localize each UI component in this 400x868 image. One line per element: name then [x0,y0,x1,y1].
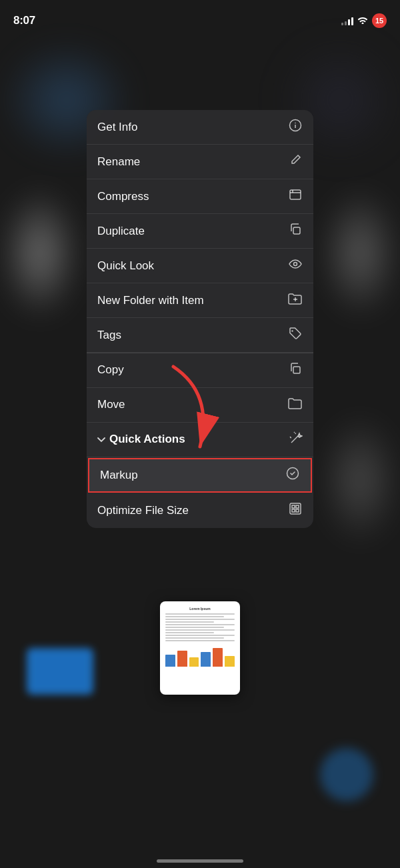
svg-point-2 [295,123,296,124]
file-preview: Lorem Ipsum [160,601,240,695]
status-right: 15 [341,13,387,28]
chart-bar-5 [213,648,223,667]
quick-actions-label: Quick Actions [109,433,185,446]
svg-rect-19 [296,505,299,508]
chart-bar-6 [225,656,235,667]
markup-icon [285,467,300,483]
folder-icon [288,397,303,413]
wifi-icon [357,15,368,26]
signal-icon [341,16,353,25]
chart-bar-2 [177,651,187,667]
menu-label-move: Move [97,398,125,411]
menu-item-get-info[interactable]: Get Info [87,110,313,145]
menu-item-optimize[interactable]: Optimize File Size [87,493,313,528]
svg-rect-6 [293,227,300,234]
menu-label-new-folder: New Folder with Item [97,294,204,307]
svg-line-14 [295,433,296,434]
menu-label-quick-look: Quick Look [97,259,154,273]
info-icon [288,119,303,135]
signal-bar-2 [345,21,347,25]
menu-label-markup: Markup [100,469,138,482]
menu-item-new-folder[interactable]: New Folder with Item [87,283,313,318]
home-indicator [157,859,243,863]
menu-item-duplicate[interactable]: Duplicate [87,214,313,249]
bg-folder-blue-2 [320,748,373,801]
eye-icon [288,257,303,274]
lorem-line-4 [165,621,214,623]
compress-icon [288,188,303,205]
signal-bar-4 [351,17,353,25]
lorem-line-9 [165,635,235,636]
quick-actions-header[interactable]: Quick Actions [87,423,313,457]
lorem-line-2 [165,616,224,617]
signal-bar-1 [341,23,343,25]
lorem-line-11 [165,640,235,641]
menu-item-move[interactable]: Move [87,388,313,423]
status-time: 8:07 [13,14,35,27]
optimize-icon [288,502,303,519]
svg-rect-20 [292,509,295,512]
magic-wand-icon [289,431,303,448]
folder-plus-icon [288,293,303,308]
menu-label-optimize: Optimize File Size [97,504,189,517]
menu-label-get-info: Get Info [97,121,137,134]
tag-icon [288,327,303,343]
menu-item-rename[interactable]: Rename [87,145,313,179]
copy-icon [288,362,303,379]
menu-label-copy: Copy [97,363,124,377]
svg-rect-21 [296,509,299,512]
svg-rect-3 [290,190,301,199]
chart-bar-3 [189,657,199,667]
svg-point-7 [294,263,297,266]
svg-rect-11 [293,367,300,373]
battery-container: 15 [372,13,387,28]
menu-label-tags: Tags [97,329,121,342]
menu-item-copy[interactable]: Copy [87,353,313,388]
menu-item-quick-look[interactable]: Quick Look [87,249,313,283]
bg-folder-blue [27,648,93,695]
menu-label-rename: Rename [97,155,140,169]
signal-bar-3 [348,19,350,25]
svg-line-13 [294,432,295,433]
bg-blur-mid-right [320,187,400,320]
svg-point-10 [291,330,293,331]
svg-rect-18 [292,505,295,508]
menu-item-markup[interactable]: Markup [88,458,312,493]
menu-label-duplicate: Duplicate [97,225,145,238]
pencil-icon [288,154,303,169]
lorem-lines [165,613,235,641]
context-menu: Get Info Rename Compress [87,110,313,528]
menu-item-tags[interactable]: Tags [87,318,313,353]
duplicate-icon [288,223,303,239]
file-preview-inner: Lorem Ipsum [160,601,240,695]
lorem-line-6 [165,627,224,628]
lorem-line-7 [165,629,235,631]
lorem-line-10 [165,637,224,639]
bg-blur-lower-right [320,413,400,547]
menu-label-compress: Compress [97,190,149,203]
chart-bar-1 [165,655,175,667]
lorem-line-3 [165,619,235,620]
quick-actions-left: Quick Actions [97,433,185,446]
status-bar: 8:07 15 [0,0,400,33]
bg-blur-mid-left [0,187,80,320]
lorem-line-8 [165,632,214,633]
chevron-down-icon [97,435,105,445]
menu-item-compress[interactable]: Compress [87,179,313,214]
file-title: Lorem Ipsum [165,607,235,611]
chart-bar-4 [201,652,211,667]
battery-badge: 15 [372,13,387,28]
lorem-line-1 [165,613,235,615]
lorem-line-5 [165,624,235,625]
chart-preview [165,647,235,667]
